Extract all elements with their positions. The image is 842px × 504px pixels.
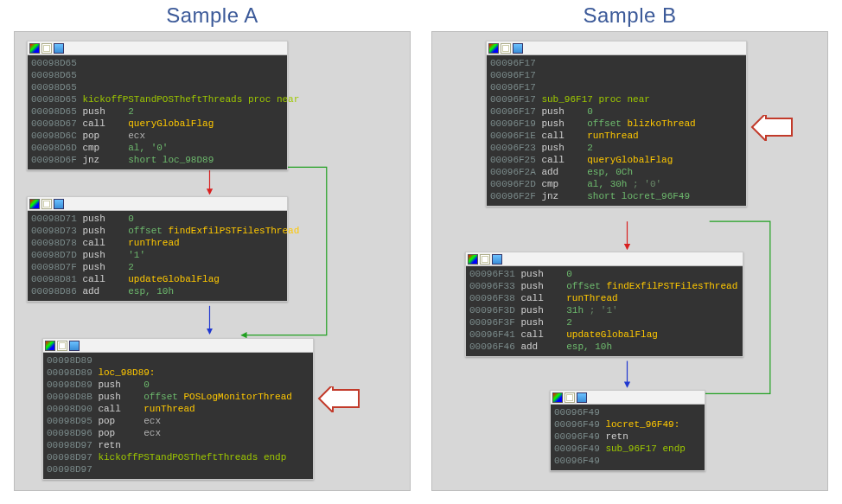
- code-body: 00096F49 00096F49 locret_96F49: 00096F49…: [551, 405, 705, 470]
- color-icon[interactable]: [29, 199, 40, 209]
- window-icon[interactable]: [492, 254, 502, 265]
- sample-b-column: Sample B 00096F17 00096F17 00: [431, 3, 828, 491]
- code-body: 00098D65 00098D65 00098D65 00098D65 kick…: [28, 55, 287, 169]
- block-titlebar[interactable]: [466, 252, 743, 266]
- code-body: 00096F31 push 0 00096F33 push offset fin…: [466, 266, 743, 356]
- color-icon[interactable]: [45, 341, 55, 351]
- edit-icon[interactable]: [480, 254, 490, 265]
- sample-a-block1: 00098D65 00098D65 00098D65 00098D65 kick…: [27, 41, 288, 170]
- code-body: 00096F17 00096F17 00096F17 00096F17 sub_…: [487, 55, 746, 206]
- edit-icon[interactable]: [57, 341, 67, 351]
- code-body: 00098D89 00098D89 loc_98D89: 00098D89 pu…: [43, 353, 313, 479]
- block-titlebar[interactable]: [487, 41, 746, 55]
- color-icon[interactable]: [488, 43, 499, 54]
- sample-b-title: Sample B: [583, 3, 676, 28]
- block-titlebar[interactable]: [28, 197, 287, 211]
- window-icon[interactable]: [513, 43, 523, 54]
- sample-b-block2: 00096F31 push 0 00096F33 push offset fin…: [465, 252, 743, 357]
- sample-b-block3: 00096F49 00096F49 locret_96F49: 00096F49…: [550, 390, 705, 471]
- color-icon[interactable]: [468, 254, 478, 265]
- edit-icon[interactable]: [41, 199, 52, 209]
- sample-a-column: Sample A: [14, 3, 411, 491]
- sample-b-block1: 00096F17 00096F17 00096F17 00096F17 sub_…: [486, 41, 747, 207]
- sample-a-block2: 00098D71 push 0 00098D73 push offset fin…: [27, 196, 288, 302]
- sample-a-title: Sample A: [166, 3, 258, 28]
- color-icon[interactable]: [552, 392, 563, 403]
- window-icon[interactable]: [54, 43, 64, 54]
- block-titlebar[interactable]: [43, 339, 313, 353]
- edit-icon[interactable]: [565, 392, 575, 403]
- code-body: 00098D71 push 0 00098D73 push offset fin…: [28, 211, 287, 301]
- sample-a-block3: 00098D89 00098D89 loc_98D89: 00098D89 pu…: [42, 338, 314, 480]
- callout-arrow-b-icon: [750, 115, 795, 141]
- window-icon[interactable]: [69, 341, 80, 351]
- main-wrapper: Sample A: [0, 0, 842, 501]
- callout-arrow-a-icon: [317, 386, 362, 412]
- block-titlebar[interactable]: [28, 41, 287, 55]
- edit-icon[interactable]: [41, 43, 52, 54]
- edit-icon[interactable]: [501, 43, 511, 54]
- window-icon[interactable]: [54, 199, 64, 209]
- color-icon[interactable]: [29, 43, 40, 54]
- window-icon[interactable]: [577, 392, 587, 403]
- sample-b-panel: 00096F17 00096F17 00096F17 00096F17 sub_…: [431, 31, 828, 491]
- block-titlebar[interactable]: [551, 391, 705, 405]
- sample-a-panel: 00098D65 00098D65 00098D65 00098D65 kick…: [14, 31, 411, 491]
